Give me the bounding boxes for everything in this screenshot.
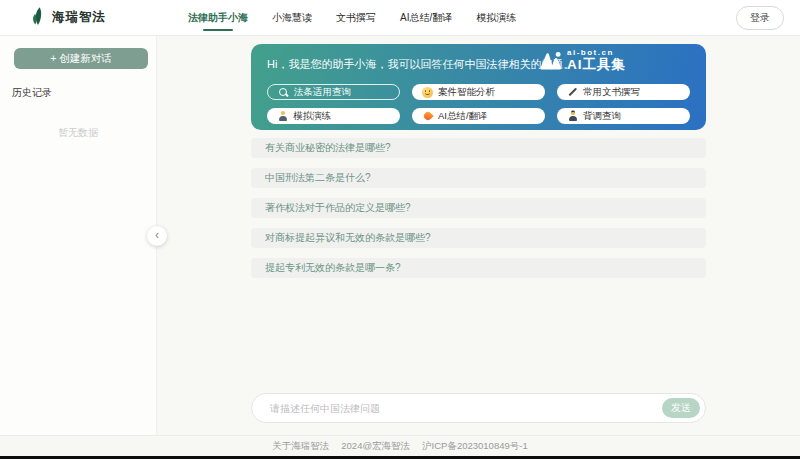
sidebar: + 创建新对话 历史记录 暂无数据	[0, 36, 157, 435]
quick-action-button[interactable]: AI总结/翻译	[412, 108, 545, 124]
quick-action-button[interactable]: 背调查询	[557, 108, 690, 124]
nav-tab[interactable]: AI总结/翻译	[400, 0, 452, 36]
detective-icon	[567, 111, 578, 122]
history-empty-text: 暂无数据	[0, 126, 156, 140]
quick-action-label: 模拟演练	[293, 110, 331, 123]
quick-action-label: AI总结/翻译	[438, 110, 488, 123]
question-input[interactable]	[251, 393, 706, 423]
suggested-question[interactable]: 有关商业秘密的法律是哪些?	[251, 138, 706, 158]
brand-leaf-icon	[30, 7, 45, 28]
suggested-question[interactable]: 著作权法对于作品的定义是哪些?	[251, 198, 706, 218]
composer: 发送	[251, 393, 706, 423]
brand: 海瑞智法	[30, 7, 106, 28]
judge-icon	[277, 111, 288, 122]
new-chat-button[interactable]: + 创建新对话	[14, 48, 148, 69]
quick-action-label: 法条适用查询	[294, 86, 351, 99]
quick-actions: 法条适用查询 案件智能分析 常用文书撰写	[267, 84, 690, 124]
quick-action-label: 常用文书撰写	[583, 86, 640, 99]
footer-link[interactable]: 沪ICP备2023010849号-1	[422, 440, 528, 453]
footer-link[interactable]: 关于海瑞智法	[272, 440, 329, 453]
suggested-question[interactable]: 提起专利无效的条款是哪一条?	[251, 258, 706, 278]
nav-tab[interactable]: 法律助手小海	[188, 0, 248, 36]
chevron-left-icon: ‹	[155, 228, 159, 242]
login-button[interactable]: 登录	[736, 6, 784, 30]
watermark: ai-bot.cn AI工具集	[538, 49, 626, 73]
smiley-icon	[422, 87, 433, 98]
suggested-questions: 有关商业秘密的法律是哪些? 中国刑法第二条是什么? 著作权法对于作品的定义是哪些…	[251, 138, 706, 278]
quick-action-button[interactable]: 法条适用查询	[267, 84, 400, 100]
brand-name: 海瑞智法	[52, 9, 106, 26]
watermark-name: AI工具集	[567, 58, 626, 73]
quick-action-button[interactable]: 模拟演练	[267, 108, 400, 124]
main-panel: Hi，我是您的助手小海，我可以回答任何中国法律相关的问题。 ai-bot.cn …	[157, 36, 800, 435]
footer-link: 2024@宏海智法	[341, 440, 410, 453]
history-label: 历史记录	[12, 86, 156, 100]
main-nav: 法律助手小海 小海慧读 文书撰写 AI总结/翻译 模拟演练	[188, 0, 516, 36]
send-button[interactable]: 发送	[662, 398, 700, 418]
sidebar-collapse-button[interactable]: ‹	[147, 226, 167, 246]
flame-icon	[422, 111, 433, 122]
app-header: 海瑞智法 法律助手小海 小海慧读 文书撰写 AI总结/翻译 模拟演练 登录	[0, 0, 800, 36]
nav-tab[interactable]: 小海慧读	[272, 0, 312, 36]
quick-action-button[interactable]: 常用文书撰写	[557, 84, 690, 100]
search-icon	[278, 87, 289, 98]
quick-action-label: 案件智能分析	[438, 86, 495, 99]
nav-tab[interactable]: 文书撰写	[336, 0, 376, 36]
suggested-question[interactable]: 对商标提起异议和无效的条款是哪些?	[251, 228, 706, 248]
suggested-question[interactable]: 中国刑法第二条是什么?	[251, 168, 706, 188]
pencil-icon	[567, 87, 578, 98]
quick-action-label: 背调查询	[583, 110, 621, 123]
welcome-banner: Hi，我是您的助手小海，我可以回答任何中国法律相关的问题。 ai-bot.cn …	[251, 44, 706, 130]
greeting-text: Hi，我是您的助手小海，我可以回答任何中国法律相关的问题。	[267, 57, 690, 72]
quick-action-button[interactable]: 案件智能分析	[412, 84, 545, 100]
content-area: + 创建新对话 历史记录 暂无数据 ‹ Hi，我是您的助手小海，我可以回答任何中…	[0, 36, 800, 435]
footer: 关于海瑞智法 2024@宏海智法 沪ICP备2023010849号-1	[0, 435, 800, 456]
nav-tab[interactable]: 模拟演练	[476, 0, 516, 36]
ai-bot-logo-icon	[538, 50, 563, 71]
